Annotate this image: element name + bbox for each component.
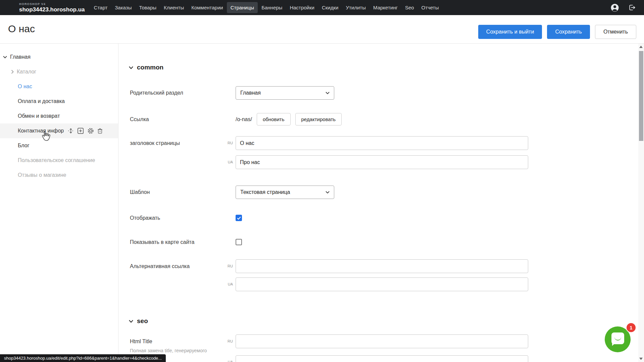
tree-item-payment-delivery[interactable]: Оплата и доставка xyxy=(0,94,118,109)
nav-item-reports[interactable]: Отчеты xyxy=(418,2,443,13)
nav-item-settings[interactable]: Настройки xyxy=(286,2,318,13)
logout-icon[interactable] xyxy=(627,3,636,12)
pages-tree-sidebar: Главная Каталог О нас Оплата и доставка … xyxy=(0,44,118,362)
chevron-right-icon[interactable] xyxy=(11,70,14,74)
display-label: Отображать xyxy=(130,213,160,223)
tree-item-label: Отзывы о магазине xyxy=(18,172,66,178)
alt-link-ru-input[interactable] xyxy=(236,259,528,273)
sitemap-label: Показывать в карте сайта xyxy=(130,237,194,247)
tree-item-about-us[interactable]: О нас xyxy=(0,79,118,94)
topbar-right xyxy=(610,3,636,12)
link-update-button[interactable]: обновить xyxy=(257,113,291,125)
tree-item-label: Контактная инфор xyxy=(18,128,64,134)
tree-item-user-agreement[interactable]: Пользовательское соглашение xyxy=(0,153,118,168)
section-common-header[interactable]: common xyxy=(129,64,163,71)
link-edit-button[interactable]: редактировать xyxy=(295,113,342,125)
settings-icon[interactable] xyxy=(87,127,94,134)
pages-tree: Главная Каталог О нас Оплата и доставка … xyxy=(0,44,118,183)
lang-badge-ru: RU xyxy=(225,259,233,273)
lang-badge-ua: UA xyxy=(225,355,233,362)
page-edit-form: common Родительский раздел Главная Ссылк… xyxy=(119,44,638,362)
nav-item-marketing[interactable]: Маркетинг xyxy=(369,2,401,13)
tree-item-label: Оплата и доставка xyxy=(18,98,65,104)
lang-badge-ua: UA xyxy=(225,155,233,169)
template-label: Шаблон xyxy=(130,186,150,199)
html-title-label: Html Title xyxy=(130,334,152,348)
html-title-ua-input[interactable] xyxy=(236,355,528,362)
scrollbar-thumb[interactable] xyxy=(639,51,643,141)
page-header: О нас Сохранить и выйти Сохранить Отмени… xyxy=(0,15,644,44)
check-icon xyxy=(237,216,241,220)
template-value: Текстовая страница xyxy=(240,189,290,195)
chevron-down-icon[interactable] xyxy=(3,56,7,58)
tree-item-catalog[interactable]: Каталог xyxy=(0,64,118,79)
tree-item-exchange-return[interactable]: Обмен и возврат xyxy=(0,109,118,123)
chevron-down-icon xyxy=(129,320,133,323)
section-seo-header[interactable]: seo xyxy=(129,317,148,325)
user-account-icon[interactable] xyxy=(610,3,619,12)
scroll-down-arrow[interactable] xyxy=(639,358,643,360)
nav-item-orders[interactable]: Заказы xyxy=(111,2,135,13)
link-controls: /o-nas/ обновить редактировать xyxy=(236,113,342,125)
nav-item-utilities[interactable]: Утилиты xyxy=(342,2,369,13)
display-checkbox[interactable] xyxy=(236,215,242,221)
html-title-hint: Полная замена title, генерируемого xyxy=(130,347,207,354)
section-common-title: common xyxy=(137,64,163,71)
nav-item-pages[interactable]: Страницы xyxy=(227,2,258,13)
delete-icon[interactable] xyxy=(97,128,103,134)
save-and-exit-button[interactable]: Сохранить и выйти xyxy=(478,25,542,39)
nav-item-comments[interactable]: Комментарии xyxy=(188,2,227,13)
save-button[interactable]: Сохранить xyxy=(547,25,590,39)
cancel-button[interactable]: Отменить xyxy=(595,25,636,39)
page-title-field-label: заголовок страницы xyxy=(130,136,180,150)
parent-section-select[interactable]: Главная xyxy=(236,86,334,100)
nav-item-banners[interactable]: Баннеры xyxy=(258,2,286,13)
html-title-ru-input[interactable] xyxy=(236,334,528,348)
alt-link-ua-input[interactable] xyxy=(236,277,528,291)
tree-item-blog[interactable]: Блог xyxy=(0,138,118,153)
page-title: О нас xyxy=(8,23,35,35)
header-buttons: Сохранить и выйти Сохранить Отменить xyxy=(478,25,636,39)
parent-section-value: Главная xyxy=(240,90,261,96)
main-nav: Старт Заказы Товары Клиенты Комментарии … xyxy=(90,2,443,13)
nav-item-clients[interactable]: Клиенты xyxy=(160,2,188,13)
parent-section-label: Родительский раздел xyxy=(130,86,183,100)
nav-item-products[interactable]: Товары xyxy=(135,2,160,13)
lang-badge-ru: RU xyxy=(225,334,233,348)
nav-item-discounts[interactable]: Скидки xyxy=(318,2,342,13)
vertical-scrollbar[interactable] xyxy=(638,44,644,362)
chat-unread-badge: 1 xyxy=(626,322,636,333)
page-title-ua-input[interactable] xyxy=(236,155,528,169)
tree-item-label: Главная xyxy=(10,54,31,60)
alt-link-label: Альтернативная ссылка xyxy=(130,259,190,273)
tree-item-label: О нас xyxy=(18,84,32,90)
tree-item-store-reviews[interactable]: Отзывы о магазине xyxy=(0,168,118,183)
tree-item-label: Каталог xyxy=(17,69,36,75)
tree-item-contact-info[interactable]: Контактная инфор xyxy=(0,123,118,138)
chat-smile-icon xyxy=(614,337,621,341)
scroll-up-arrow[interactable] xyxy=(639,46,643,48)
template-select[interactable]: Текстовая страница xyxy=(236,186,334,199)
link-label: Ссылка xyxy=(130,113,149,125)
chevron-down-icon xyxy=(326,92,330,94)
tree-item-hover-actions xyxy=(68,127,103,134)
chat-bubble-icon xyxy=(611,332,624,344)
lang-badge-ua: UA xyxy=(225,277,233,291)
sitemap-checkbox[interactable] xyxy=(236,239,242,245)
nav-item-start[interactable]: Старт xyxy=(90,2,111,13)
section-seo-title: seo xyxy=(137,317,148,325)
add-icon[interactable] xyxy=(77,127,84,134)
nav-item-seo[interactable]: Seo xyxy=(401,2,418,13)
logo-domain-text: shop34423.horoshop.ua xyxy=(19,7,85,12)
site-logo[interactable]: HOROSHOP V4 shop34423.horoshop.ua xyxy=(19,3,85,12)
link-path-value: /o-nas/ xyxy=(236,116,252,122)
tree-item-label: Блог xyxy=(18,143,30,149)
tree-item-label: Пользовательское соглашение xyxy=(18,157,95,163)
chevron-down-icon xyxy=(129,66,133,69)
chevron-down-icon xyxy=(326,191,330,194)
lang-badge-ru: RU xyxy=(225,136,233,150)
logo-version-text: HOROSHOP V4 xyxy=(19,3,85,6)
page-title-ru-input[interactable] xyxy=(236,136,528,150)
tree-item-home[interactable]: Главная xyxy=(0,50,118,64)
move-icon[interactable] xyxy=(68,128,74,134)
